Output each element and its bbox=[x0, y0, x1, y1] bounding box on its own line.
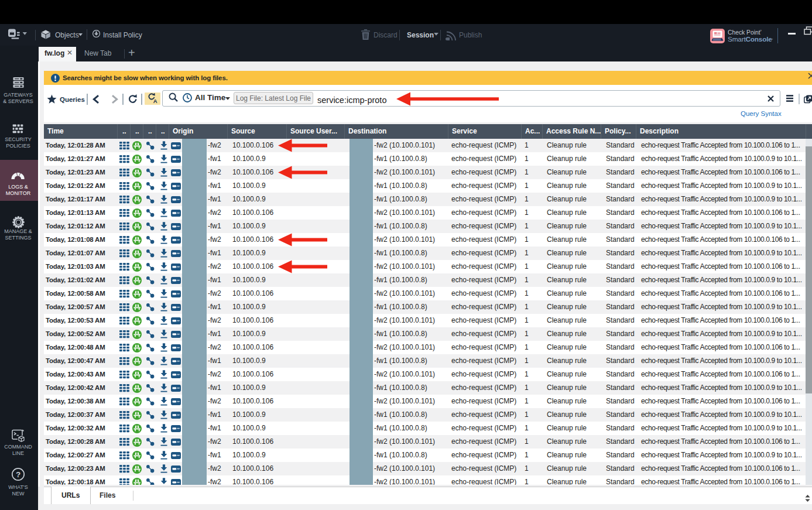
svg-text:A: A bbox=[153, 98, 157, 104]
svg-text:?: ? bbox=[16, 470, 20, 479]
